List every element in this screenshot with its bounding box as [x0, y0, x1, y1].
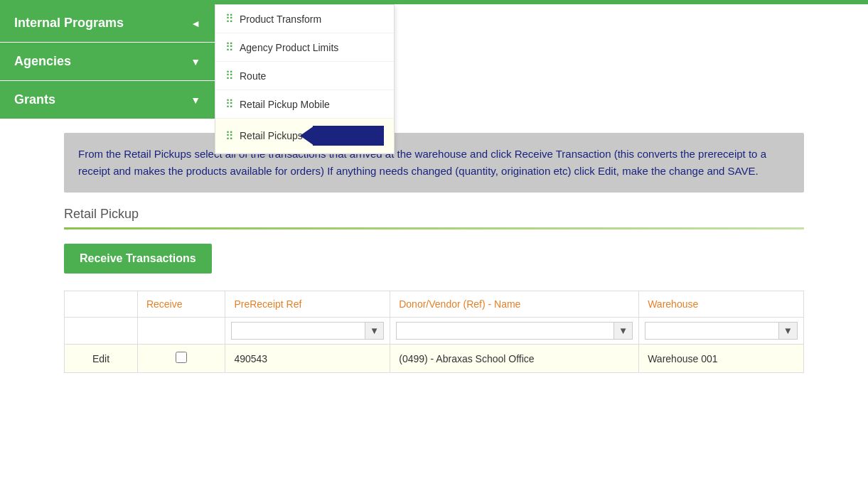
- dropdown-item-label: Product Transform: [240, 13, 321, 25]
- nav-sidebar: Internal Programs ◄ Agencies ▼ Grants ▼: [0, 4, 215, 119]
- receive-checkbox[interactable]: [176, 352, 187, 363]
- dropdown-item-agency-product-limits[interactable]: ⠿ Agency Product Limits: [215, 33, 394, 62]
- col-header-warehouse: Warehouse: [639, 291, 804, 318]
- section-title: Retail Pickup: [64, 207, 804, 222]
- nav-item-label: Grants: [14, 92, 55, 107]
- sidebar-item-internal-programs[interactable]: Internal Programs ◄: [0, 4, 215, 42]
- nav-arrow-icon: ▼: [191, 94, 200, 106]
- warehouse-filter-container: ▼: [645, 322, 798, 340]
- nav-item-label: Agencies: [14, 54, 71, 69]
- nav-arrow-icon: ◄: [191, 18, 200, 29]
- menu-icon: ⠿: [225, 40, 234, 54]
- blue-arrow-annotation: [313, 126, 384, 146]
- content-area: Retail Pickup Receive Transactions Recei…: [64, 207, 804, 373]
- col-header-receive: Receive: [137, 291, 225, 318]
- prereceipt-filter-container: ▼: [231, 322, 384, 340]
- data-table: Receive PreReceipt Ref Donor/Vendor (Ref…: [64, 291, 804, 373]
- row-donor-cell: (0499) - Abraxas School Office: [390, 345, 639, 373]
- filter-cell-warehouse: ▼: [639, 318, 804, 345]
- menu-icon: ⠿: [225, 97, 234, 111]
- menu-icon: ⠿: [225, 129, 234, 143]
- donor-filter-container: ▼: [396, 322, 633, 340]
- col-header-prereceipt: PreReceipt Ref: [225, 291, 390, 318]
- prereceipt-filter-dropdown-btn[interactable]: ▼: [365, 323, 383, 339]
- col-header-action: [65, 291, 138, 318]
- donor-filter-dropdown-btn[interactable]: ▼: [614, 323, 632, 339]
- section-divider: [64, 227, 804, 229]
- donor-filter-input[interactable]: [397, 323, 614, 339]
- row-warehouse-cell: Warehouse 001: [639, 345, 804, 373]
- table-row: Edit 490543 (0499) - Abraxas School Offi…: [65, 345, 804, 373]
- row-receive-cell: [137, 345, 225, 373]
- filter-cell-prereceipt: ▼: [225, 318, 390, 345]
- dropdown-item-product-transform[interactable]: ⠿ Product Transform: [215, 5, 394, 33]
- dropdown-item-label: Retail Pickup Mobile: [240, 99, 330, 110]
- info-box: From the Retail Pickups select all of th…: [64, 133, 804, 193]
- menu-icon: ⠿: [225, 69, 234, 82]
- filter-cell-donor: ▼: [390, 318, 639, 345]
- filter-cell-receive: [137, 318, 225, 345]
- dropdown-item-route[interactable]: ⠿ Route: [215, 62, 394, 90]
- dropdown-item-label: Retail Pickups: [240, 130, 303, 141]
- dropdown-item-retail-pickups[interactable]: ⠿ Retail Pickups: [215, 119, 394, 153]
- dropdown-menu: ⠿ Product Transform ⠿ Agency Product Lim…: [215, 4, 395, 154]
- sidebar-item-agencies[interactable]: Agencies ▼: [0, 43, 215, 80]
- table-filter-row: ▼ ▼ ▼: [65, 318, 804, 345]
- info-box-text: From the Retail Pickups select all of th…: [78, 146, 790, 180]
- row-edit-cell[interactable]: Edit: [65, 345, 138, 373]
- table-header-row: Receive PreReceipt Ref Donor/Vendor (Ref…: [65, 291, 804, 318]
- menu-icon: ⠿: [225, 12, 234, 26]
- warehouse-filter-dropdown-btn[interactable]: ▼: [778, 323, 797, 339]
- nav-item-label: Internal Programs: [14, 16, 124, 31]
- prereceipt-filter-input[interactable]: [232, 323, 365, 339]
- navigation-container: Internal Programs ◄ Agencies ▼ Grants ▼ …: [0, 4, 868, 119]
- col-header-donor: Donor/Vendor (Ref) - Name: [390, 291, 639, 318]
- sidebar-item-grants[interactable]: Grants ▼: [0, 81, 215, 119]
- dropdown-item-retail-pickup-mobile[interactable]: ⠿ Retail Pickup Mobile: [215, 90, 394, 119]
- warehouse-filter-input[interactable]: [645, 323, 778, 339]
- dropdown-item-label: Agency Product Limits: [240, 42, 338, 53]
- receive-transactions-button[interactable]: Receive Transactions: [64, 244, 212, 274]
- nav-arrow-icon: ▼: [191, 56, 200, 67]
- dropdown-item-label: Route: [240, 70, 266, 82]
- row-prereceipt-cell: 490543: [225, 345, 390, 373]
- filter-cell-action: [65, 318, 138, 345]
